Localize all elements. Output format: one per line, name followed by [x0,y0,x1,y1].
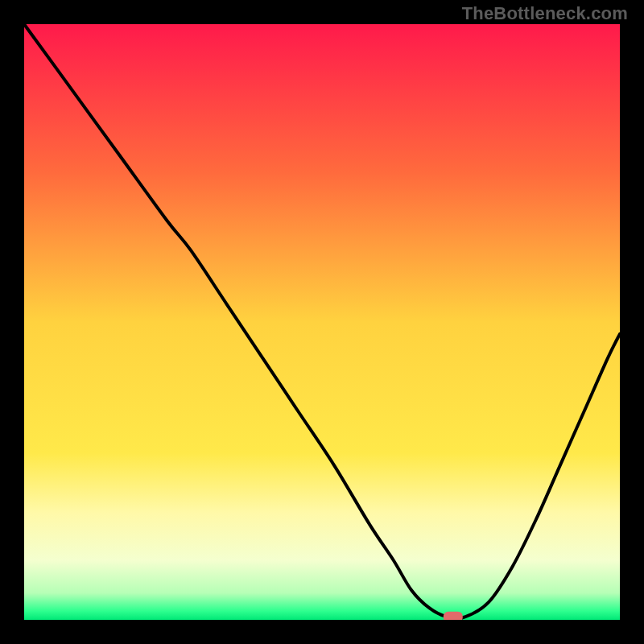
bottleneck-chart [24,24,620,620]
chart-frame: TheBottleneck.com [0,0,644,644]
optimal-marker [444,612,463,620]
watermark-text: TheBottleneck.com [462,3,628,24]
